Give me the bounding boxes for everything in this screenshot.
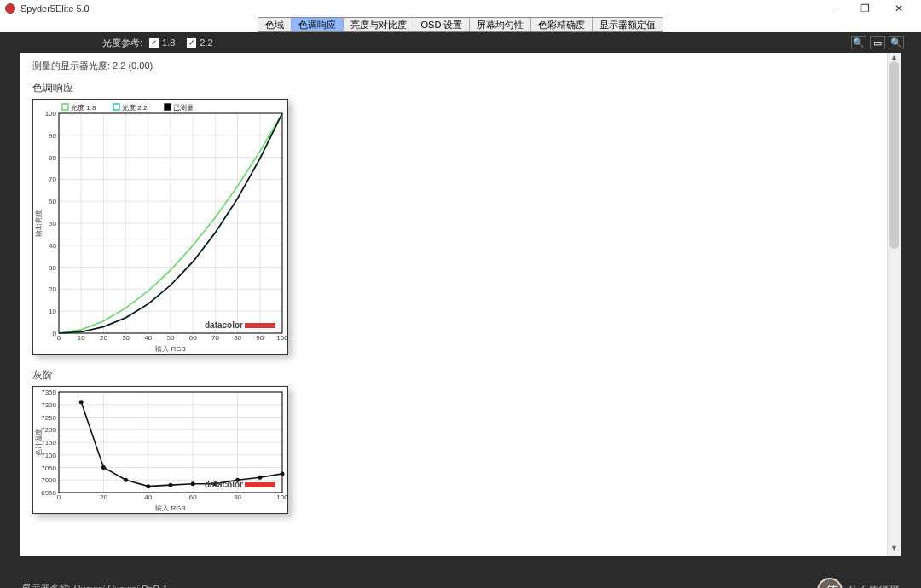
svg-text:7300: 7300	[41, 401, 56, 409]
zoom-in-icon[interactable]: 🔍	[851, 36, 866, 49]
svg-text:6950: 6950	[41, 489, 56, 497]
svg-point-87	[101, 465, 106, 470]
tab-4[interactable]: 屏幕均匀性	[470, 18, 531, 31]
svg-text:30: 30	[49, 264, 56, 272]
svg-text:40: 40	[144, 334, 152, 342]
grayscale-chart: 0204060801006950700070507100715072007250…	[32, 386, 288, 514]
section-grayscale: 灰阶	[32, 368, 873, 383]
svg-text:7000: 7000	[41, 476, 56, 484]
svg-text:70: 70	[211, 334, 219, 342]
content-frame: 测量的显示器光度: 2.2 (0.00) 色调响应 01020304050607…	[0, 53, 921, 556]
watermark-badge-icon: 值	[817, 578, 843, 588]
svg-text:20: 20	[49, 285, 56, 293]
svg-text:50: 50	[49, 220, 56, 228]
svg-rect-51	[113, 104, 119, 110]
svg-text:7050: 7050	[41, 464, 56, 472]
display-name-label: 显示器名称:	[20, 582, 70, 588]
display-name-value: Huawei Huawei PnP-1	[73, 584, 167, 589]
svg-text:90: 90	[256, 334, 264, 342]
scroll-viewport: 测量的显示器光度: 2.2 (0.00) 色调响应 01020304050607…	[20, 53, 901, 556]
svg-text:7150: 7150	[41, 439, 56, 447]
vertical-scrollbar[interactable]: ▲ ▼	[887, 53, 901, 556]
section-tone-response: 色调响应	[32, 81, 873, 95]
svg-text:7350: 7350	[41, 389, 56, 396]
toolbar: 光度参考: ✓1.8 ✓2.2 🔍 ▭ 🔍	[0, 32, 921, 53]
gamma-2-2-checkbox[interactable]: ✓2.2	[187, 37, 212, 48]
maximize-button[interactable]: ❐	[848, 3, 882, 14]
svg-rect-49	[62, 104, 68, 110]
zoom-out-icon[interactable]: 🔍	[889, 36, 904, 49]
svg-text:80: 80	[49, 154, 56, 162]
svg-rect-99	[245, 482, 275, 487]
gamma-1-8-checkbox[interactable]: ✓1.8	[149, 37, 175, 48]
scroll-thumb[interactable]	[889, 61, 899, 249]
svg-rect-53	[165, 104, 171, 110]
svg-point-90	[169, 483, 173, 487]
svg-text:40: 40	[144, 493, 152, 501]
svg-text:20: 20	[100, 493, 107, 501]
svg-text:7250: 7250	[41, 414, 56, 422]
tab-3[interactable]: OSD 设置	[414, 18, 471, 31]
footer: 显示器名称: Huawei Huawei PnP-1 值 什么值得买	[0, 556, 921, 588]
tab-0[interactable]: 色域	[258, 18, 292, 31]
svg-point-86	[79, 400, 84, 404]
svg-point-89	[146, 484, 150, 488]
svg-text:100: 100	[276, 493, 287, 501]
svg-text:60: 60	[189, 334, 197, 342]
svg-text:光度 2.2: 光度 2.2	[122, 104, 148, 112]
svg-text:0: 0	[53, 330, 57, 337]
svg-text:60: 60	[49, 198, 56, 205]
svg-text:光度 1.8: 光度 1.8	[71, 104, 96, 112]
svg-text:0: 0	[57, 334, 61, 342]
measured-gamma-line: 测量的显示器光度: 2.2 (0.00)	[32, 60, 873, 72]
svg-text:80: 80	[234, 334, 241, 342]
svg-point-94	[258, 476, 262, 480]
svg-text:70: 70	[49, 176, 56, 183]
svg-text:100: 100	[276, 334, 287, 342]
svg-text:80: 80	[234, 493, 241, 501]
svg-text:100: 100	[45, 110, 57, 118]
tab-2[interactable]: 亮度与对比度	[344, 18, 414, 31]
app-title: Spyder5Elite 5.0	[20, 3, 90, 14]
svg-text:色计温度: 色计温度	[35, 429, 43, 456]
svg-text:20: 20	[100, 334, 107, 342]
titlebar: Spyder5Elite 5.0 — ❐ ✕	[0, 0, 921, 17]
tab-1[interactable]: 色调响应	[292, 18, 344, 31]
svg-point-95	[281, 471, 285, 476]
svg-text:10: 10	[78, 334, 85, 342]
svg-text:输入 RGB: 输入 RGB	[155, 504, 186, 512]
svg-text:50: 50	[167, 334, 175, 342]
svg-text:30: 30	[122, 334, 130, 342]
tab-6[interactable]: 显示器额定值	[593, 18, 663, 31]
tabbar: 色域色调响应亮度与对比度OSD 设置屏幕均匀性色彩精确度显示器额定值	[0, 17, 921, 32]
close-button[interactable]: ✕	[882, 3, 916, 14]
svg-text:输入 RGB: 输入 RGB	[155, 345, 186, 353]
svg-text:0: 0	[57, 493, 61, 501]
svg-text:7200: 7200	[41, 426, 56, 434]
ref-label: 光度参考:	[102, 37, 142, 49]
app-icon	[5, 3, 15, 14]
zoom-fit-icon[interactable]: ▭	[870, 36, 885, 49]
minimize-button[interactable]: —	[814, 3, 848, 14]
tab-5[interactable]: 色彩精确度	[531, 18, 593, 31]
scroll-down-icon[interactable]: ▼	[888, 544, 901, 556]
svg-text:7100: 7100	[41, 452, 56, 459]
svg-text:40: 40	[49, 242, 56, 250]
svg-text:10: 10	[49, 308, 56, 315]
svg-point-91	[191, 481, 195, 486]
tone-response-chart: 0102030405060708090100010203040506070809…	[32, 99, 288, 355]
svg-text:60: 60	[189, 493, 197, 501]
site-watermark: 值 什么值得买	[817, 578, 897, 588]
svg-text:输出亮度: 输出亮度	[35, 210, 43, 237]
svg-text:已测量: 已测量	[173, 104, 194, 112]
svg-point-88	[124, 478, 128, 482]
svg-text:90: 90	[49, 132, 56, 140]
svg-text:datacolor: datacolor	[205, 320, 243, 330]
svg-rect-48	[245, 323, 275, 328]
svg-text:datacolor: datacolor	[205, 480, 243, 489]
